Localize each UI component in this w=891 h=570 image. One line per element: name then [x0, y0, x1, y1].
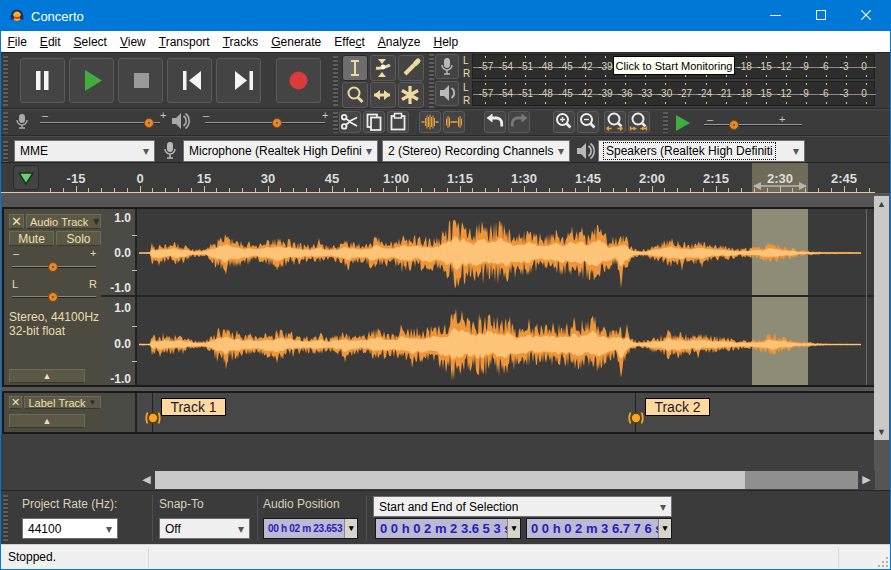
svg-text:–: –	[42, 111, 49, 121]
svg-text:+: +	[160, 111, 166, 121]
svg-text:–: –	[203, 111, 210, 121]
svg-text:+: +	[322, 111, 328, 121]
